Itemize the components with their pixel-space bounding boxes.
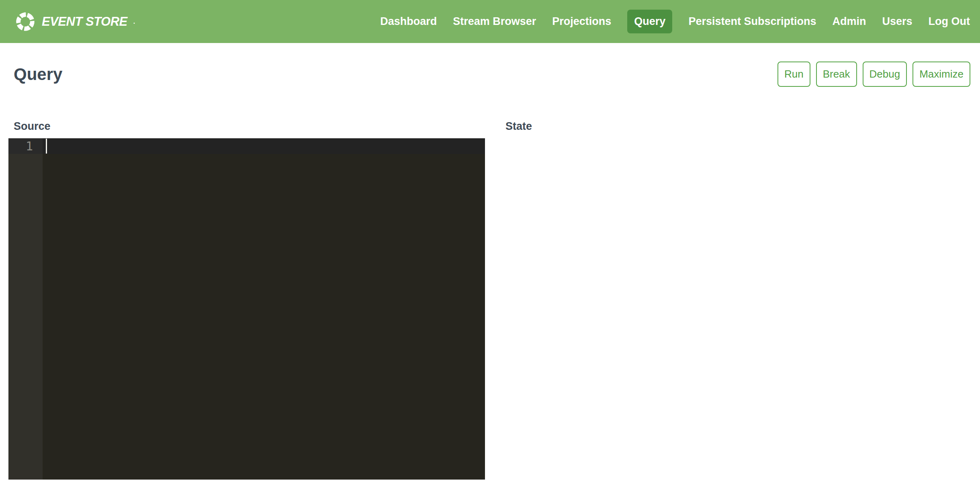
- page-header: Query Run Break Debug Maximize: [14, 62, 970, 87]
- source-panel: Source 1: [8, 120, 485, 480]
- nav-item-stream-browser[interactable]: Stream Browser: [453, 15, 536, 28]
- editor-gutter: [8, 138, 43, 480]
- editor-line-content[interactable]: [43, 138, 485, 154]
- query-toolbar: Run Break Debug Maximize: [777, 62, 970, 87]
- editor-active-line[interactable]: 1: [8, 138, 485, 154]
- nav-item-dashboard[interactable]: Dashboard: [380, 15, 437, 28]
- nav-item-admin[interactable]: Admin: [832, 15, 866, 28]
- break-button[interactable]: Break: [816, 62, 857, 87]
- state-panel: State: [495, 120, 980, 480]
- nav-item-projections[interactable]: Projections: [552, 15, 611, 28]
- top-navbar: EVENT STORE. Dashboard Stream Browser Pr…: [0, 0, 980, 43]
- nav-item-persistent-subscriptions[interactable]: Persistent Subscriptions: [688, 15, 816, 28]
- query-source-editor[interactable]: 1: [8, 138, 485, 480]
- debug-button[interactable]: Debug: [863, 62, 907, 87]
- maximize-button[interactable]: Maximize: [912, 62, 970, 87]
- page-title: Query: [14, 65, 62, 84]
- state-panel-body: [495, 138, 980, 480]
- nav-item-log-out[interactable]: Log Out: [929, 15, 970, 28]
- eventstore-logo-mark: .: [133, 18, 135, 25]
- state-panel-label: State: [505, 120, 980, 133]
- editor-line-number: 1: [8, 138, 43, 154]
- content-columns: Source 1 State: [0, 120, 980, 480]
- eventstore-ring-icon: [15, 11, 36, 32]
- run-button[interactable]: Run: [777, 62, 810, 87]
- editor-text-cursor: [46, 139, 47, 154]
- nav-item-users[interactable]: Users: [882, 15, 912, 28]
- source-panel-label: Source: [14, 120, 485, 133]
- nav-item-query[interactable]: Query: [627, 10, 672, 33]
- eventstore-logo-text: EVENT STORE: [42, 14, 127, 29]
- main-nav: Dashboard Stream Browser Projections Que…: [380, 10, 970, 33]
- eventstore-logo[interactable]: EVENT STORE.: [15, 11, 135, 32]
